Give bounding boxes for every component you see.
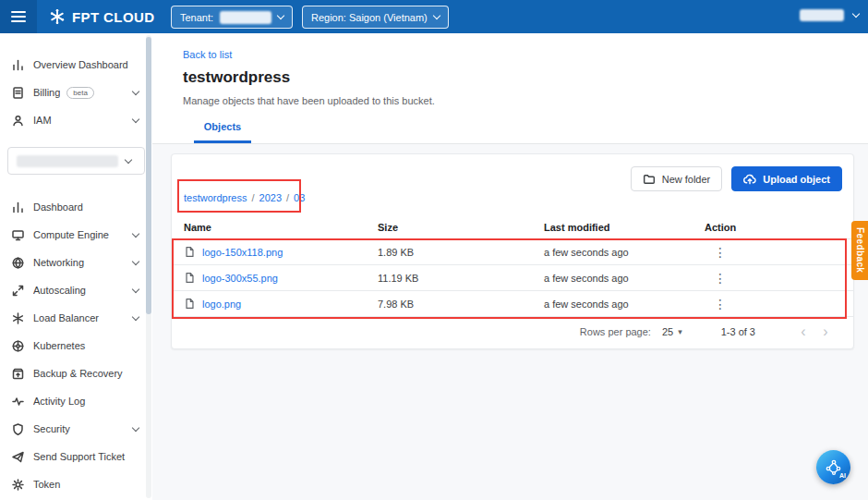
- chevron-down-icon: [132, 115, 139, 122]
- object-name-link[interactable]: logo-150x118.png: [202, 247, 283, 258]
- fpt-cloud-logo-icon: [48, 7, 66, 26]
- sidebar-item-billing[interactable]: Billing beta: [0, 79, 152, 106]
- backup-box-icon: [11, 367, 25, 381]
- new-folder-button[interactable]: New folder: [631, 166, 723, 191]
- bar-chart-icon: [11, 58, 25, 72]
- tenant-value-redacted: [220, 11, 271, 24]
- table-row: logo-300x55.png 11.19 KB a few seconds a…: [172, 265, 853, 291]
- monitor-icon: [11, 228, 25, 242]
- sidebar-item-autoscaling[interactable]: Autoscaling: [0, 276, 152, 304]
- hamburger-icon: [11, 11, 26, 22]
- sidebar-item-load-balancer[interactable]: Load Balancer: [0, 304, 152, 332]
- chevron-down-icon: [132, 312, 139, 320]
- file-icon: [184, 272, 196, 284]
- sidebar-item-iam[interactable]: IAM: [0, 106, 152, 134]
- billing-icon: [11, 86, 25, 100]
- sidebar-scrollbar-thumb[interactable]: [146, 37, 151, 314]
- chevron-down-icon: [132, 285, 139, 292]
- chevron-down-icon: [433, 12, 440, 19]
- sidebar-item-compute-engine[interactable]: Compute Engine: [0, 221, 152, 249]
- beta-badge: beta: [66, 87, 94, 99]
- sidebar-item-networking[interactable]: Networking: [0, 249, 152, 276]
- column-header-action: Action: [705, 222, 841, 233]
- page-header: Back to list testwordpress Manage object…: [152, 33, 868, 144]
- row-actions-menu-button[interactable]: ⋮: [714, 246, 841, 259]
- rows-per-page-select[interactable]: 25 ▾: [662, 326, 682, 337]
- upload-object-button[interactable]: Upload object: [731, 166, 842, 191]
- sidebar-item-label: Backup & Recovery: [33, 368, 143, 379]
- shield-icon: [11, 422, 25, 436]
- hamburger-menu-button[interactable]: [0, 0, 37, 33]
- chevron-down-icon: [125, 156, 132, 164]
- table-row: logo-150x118.png 1.89 KB a few seconds a…: [172, 239, 853, 265]
- previous-page-button[interactable]: ‹: [792, 323, 814, 340]
- column-header-name: Name: [184, 222, 378, 233]
- tab-objects[interactable]: Objects: [194, 121, 251, 143]
- sidebar-item-label: Autoscaling: [33, 285, 125, 296]
- pagination-range: 1-3 of 3: [721, 326, 755, 337]
- paper-plane-icon: [11, 450, 25, 464]
- breadcrumb-bucket[interactable]: testwordpress: [184, 192, 247, 203]
- back-to-list-link[interactable]: Back to list: [183, 49, 232, 60]
- sidebar-item-label: IAM: [33, 115, 125, 126]
- page-subtitle: Manage objects that have been uploaded t…: [183, 95, 435, 106]
- sidebar-item-label: Load Balancer: [33, 312, 125, 323]
- tenant-selector[interactable]: Tenant:: [171, 6, 293, 29]
- table-row: logo.png 7.98 KB a few seconds ago ⋮: [172, 291, 853, 317]
- iam-user-icon: [11, 114, 25, 128]
- column-header-last-modified: Last modified: [544, 222, 705, 233]
- pagination: Rows per page: 25 ▾ 1-3 of 3 ‹ ›: [172, 315, 853, 348]
- bar-chart-icon: [11, 201, 25, 214]
- breadcrumb-separator: /: [286, 192, 289, 203]
- file-icon: [184, 246, 196, 258]
- sidebar-item-security[interactable]: Security: [0, 415, 152, 443]
- sidebar-item-activity-log[interactable]: Activity Log: [0, 387, 152, 415]
- ai-chat-fab[interactable]: AI: [816, 450, 850, 484]
- chevron-down-icon: [852, 10, 860, 18]
- region-selector[interactable]: Region: Saigon (Vietnam): [302, 6, 449, 29]
- sidebar-item-kubernetes[interactable]: Kubernetes: [0, 332, 152, 360]
- top-bar: FPT CLOUD Tenant: Region: Saigon (Vietna…: [0, 0, 868, 33]
- sidebar-item-dashboard[interactable]: Dashboard: [0, 193, 152, 221]
- breadcrumb: testwordpress / 2023 / 03: [184, 192, 305, 203]
- object-size: 1.89 KB: [378, 247, 544, 258]
- objects-table: Name Size Last modified Action logo-150x…: [172, 215, 853, 317]
- row-actions-menu-button[interactable]: ⋮: [714, 298, 841, 311]
- breadcrumb-separator: /: [251, 192, 254, 203]
- tenant-label: Tenant:: [180, 12, 213, 23]
- object-name-link[interactable]: logo-300x55.png: [202, 273, 278, 284]
- new-folder-label: New folder: [662, 174, 711, 185]
- upload-object-label: Upload object: [763, 174, 830, 185]
- object-size: 7.98 KB: [378, 299, 544, 310]
- sidebar: Overview Dashboard Billing beta IAM Dash…: [0, 33, 152, 500]
- caret-down-icon: ▾: [678, 327, 682, 336]
- ai-label: AI: [839, 472, 846, 479]
- object-last-modified: a few seconds ago: [544, 273, 705, 284]
- breadcrumb-folder-03[interactable]: 03: [294, 192, 305, 203]
- chevron-down-icon: [132, 229, 139, 237]
- next-page-button[interactable]: ›: [814, 323, 837, 340]
- column-header-size: Size: [378, 222, 544, 233]
- feedback-tab[interactable]: Feedback: [851, 221, 868, 280]
- sidebar-scrollbar[interactable]: [146, 35, 151, 498]
- account-menu[interactable]: [800, 9, 859, 21]
- folder-icon: [643, 173, 656, 186]
- brand-logo: FPT CLOUD: [48, 7, 154, 26]
- sidebar-item-token[interactable]: Token: [0, 470, 152, 498]
- sidebar-item-overview-dashboard[interactable]: Overview Dashboard: [0, 51, 152, 79]
- sidebar-item-backup-recovery[interactable]: Backup & Recovery: [0, 360, 152, 387]
- chevron-down-icon: [132, 257, 139, 264]
- project-name-redacted: [17, 155, 118, 167]
- project-selector[interactable]: [7, 147, 145, 175]
- rows-per-page-label: Rows per page:: [580, 326, 651, 337]
- sidebar-item-send-support-ticket[interactable]: Send Support Ticket: [0, 443, 152, 470]
- table-header-row: Name Size Last modified Action: [172, 215, 853, 239]
- page-title: testwordpress: [183, 68, 290, 87]
- rows-per-page-value: 25: [662, 326, 673, 337]
- sidebar-item-label: Activity Log: [33, 396, 143, 407]
- object-name-link[interactable]: logo.png: [202, 299, 241, 310]
- breadcrumb-folder-2023[interactable]: 2023: [259, 192, 282, 203]
- row-actions-menu-button[interactable]: ⋮: [714, 272, 841, 285]
- sidebar-item-label: Send Support Ticket: [33, 451, 143, 462]
- sidebar-item-label: Overview Dashboard: [33, 59, 143, 70]
